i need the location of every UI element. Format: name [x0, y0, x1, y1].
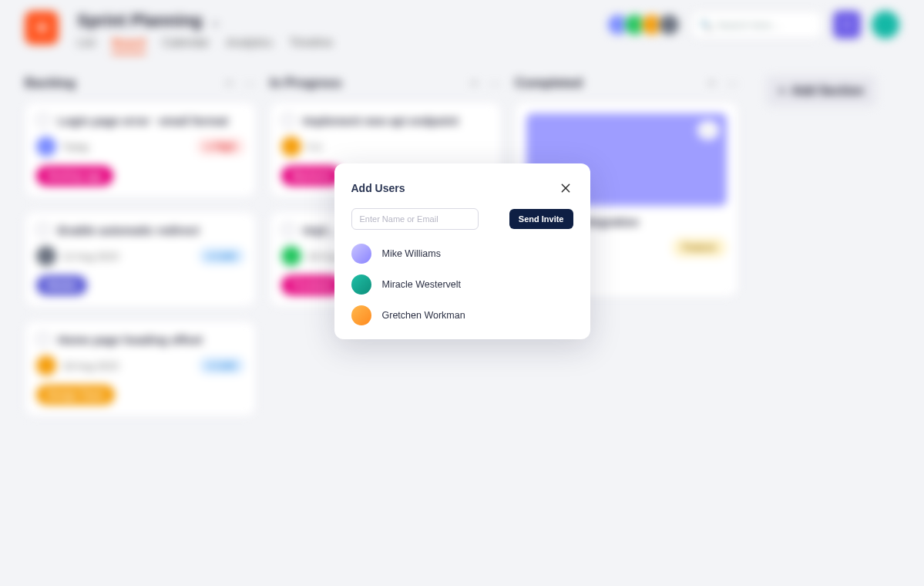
user-suggestion-list: Mike Williams Miracle Westervelt Gretche… [351, 244, 573, 325]
add-users-modal: Add Users Send Invite Mike Williams Mira… [334, 163, 590, 339]
user-suggestion[interactable]: Gretchen Workman [351, 305, 573, 325]
user-avatar [351, 244, 371, 264]
user-avatar [351, 274, 371, 295]
user-name: Miracle Westervelt [382, 279, 462, 290]
send-invite-button[interactable]: Send Invite [509, 209, 573, 229]
user-suggestion[interactable]: Mike Williams [351, 244, 573, 264]
modal-title: Add Users [351, 182, 405, 194]
user-name: Mike Williams [382, 248, 441, 259]
invite-name-input[interactable] [351, 208, 479, 230]
user-name: Gretchen Workman [382, 310, 465, 321]
modal-overlay: Add Users Send Invite Mike Williams Mira… [0, 0, 924, 586]
user-avatar [351, 305, 371, 325]
user-suggestion[interactable]: Miracle Westervelt [351, 274, 573, 295]
close-icon[interactable] [558, 180, 573, 196]
